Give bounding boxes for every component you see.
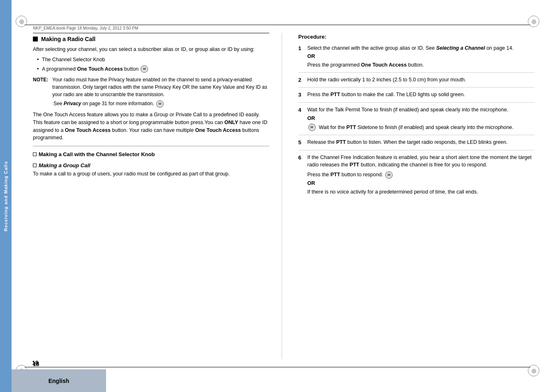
- bullet-item-1: The Channel Selector Knob: [42, 57, 105, 62]
- main-section-title: Making a Radio Call: [33, 33, 269, 42]
- note-box: NOTE: Your radio must have the Privacy f…: [33, 76, 269, 108]
- step-1-content: Select the channel with the active group…: [308, 44, 535, 69]
- list-item: A programmed One Touch Access button: [37, 65, 269, 73]
- step-4-num: 4: [298, 106, 304, 131]
- main-title: Making a Radio Call: [41, 36, 95, 42]
- one-touch-text: The One Touch Access feature allows you …: [33, 111, 269, 142]
- step-4-sub: Wait for the PTT Sidetone to finish (if …: [308, 124, 535, 131]
- side-tab-text: Receiving and Making Calls: [3, 161, 8, 231]
- radio-icon-4: [385, 171, 393, 179]
- note-text: Your radio must have the Privacy feature…: [52, 76, 269, 98]
- step-1-or: OR: [308, 53, 535, 60]
- step-1-num: 1: [298, 44, 304, 69]
- reg-mark-top-left: [16, 16, 27, 27]
- bullet-item-2: A programmed One Touch Access button: [42, 66, 149, 72]
- main-content: Making a Radio Call After selecting your…: [21, 33, 534, 359]
- step-2-num: 2: [298, 76, 304, 84]
- step-5-num: 5: [298, 138, 304, 147]
- divider-1: [33, 146, 269, 146]
- header-info: NKP_EMEA.book Page 18 Monday, July 2, 20…: [33, 26, 138, 30]
- intro-text: After selecting your channel, you can se…: [33, 46, 269, 53]
- step-1: 1 Select the channel with the active gro…: [298, 44, 535, 73]
- step-5-content: Release the PTT button to listen. When t…: [308, 138, 535, 147]
- blue-square-icon: [33, 37, 38, 42]
- group-call-text: To make a call to a group of users, your…: [33, 170, 269, 178]
- step-2-content: Hold the radio vertically 1 to 2 inches …: [308, 76, 535, 84]
- step-6: 6 If the Channel Free Indication feature…: [298, 154, 535, 199]
- step-4: 4 Wait for the Talk Permit Tone to finis…: [298, 106, 535, 135]
- radio-icon-3: [308, 124, 316, 131]
- sub-section-2-title: Making a Group Call: [33, 162, 269, 168]
- bullet-list: The Channel Selector Knob A programmed O…: [37, 56, 269, 73]
- step-3-text: Press the PTT button to make the call. T…: [308, 92, 465, 97]
- step-6-or: OR: [308, 180, 535, 187]
- reg-mark-top-right: [528, 16, 539, 27]
- step-4-content: Wait for the Talk Permit Tone to finish …: [308, 106, 535, 131]
- step-3: 3 Press the PTT button to make the call.…: [298, 91, 535, 103]
- step-3-content: Press the PTT button to make the call. T…: [308, 91, 535, 99]
- english-tab: English: [12, 369, 106, 392]
- step-6-press: Press the PTT button to respond.: [308, 171, 535, 179]
- left-column: Making a Radio Call After selecting your…: [21, 33, 269, 359]
- step-4-sub-text: Wait for the PTT Sidetone to finish (if …: [319, 124, 513, 131]
- right-column: Procedure: 1 Select the channel with the…: [294, 33, 535, 359]
- side-tab: Receiving and Making Calls: [0, 0, 12, 392]
- radio-icon-1: [141, 65, 148, 73]
- step-4-or: OR: [308, 115, 535, 122]
- page-num-display: 18: [32, 360, 39, 366]
- step-4-text: Wait for the Talk Permit Tone to finish …: [308, 107, 509, 113]
- page-container: Receiving and Making Calls NKP_EMEA.book…: [0, 0, 555, 392]
- procedure-title: Procedure:: [298, 33, 535, 41]
- step-3-num: 3: [298, 91, 304, 99]
- step-list: 1 Select the channel with the active gro…: [298, 44, 535, 199]
- step-6-sub-text: If there is no voice activity for a pred…: [308, 189, 479, 195]
- english-tab-text: English: [49, 378, 69, 384]
- see-privacy: See Privacy on page 31 for more informat…: [53, 100, 269, 108]
- note-label: NOTE:: [33, 76, 48, 98]
- small-square-icon-1: [33, 152, 37, 156]
- step-6-content: If the Channel Free Indication feature i…: [308, 154, 535, 196]
- list-item: The Channel Selector Knob: [37, 56, 269, 64]
- radio-icon-2: [156, 100, 164, 108]
- top-border: [25, 25, 530, 25]
- step-5: 5 Release the PTT button to listen. When…: [298, 138, 535, 150]
- step-1-text: Select the channel with the active group…: [308, 45, 514, 51]
- step-1-sub: Press the programmed One Touch Access bu…: [308, 62, 424, 68]
- sub1-title-text: Making a Call with the Channel Selector …: [39, 151, 155, 157]
- bottom-border: [25, 367, 530, 367]
- step-6-text: If the Channel Free Indication feature i…: [308, 154, 532, 168]
- sub-section-1-title: Making a Call with the Channel Selector …: [33, 151, 269, 157]
- sub2-title-text: Making a Group Call: [39, 162, 90, 168]
- small-square-icon-2: [33, 164, 37, 167]
- step-5-text: Release the PTT button to listen. When t…: [308, 139, 508, 145]
- column-divider: [282, 33, 282, 359]
- step-6-num: 6: [298, 154, 304, 196]
- step-2-text: Hold the radio vertically 1 to 2 inches …: [308, 77, 466, 83]
- step-2: 2 Hold the radio vertically 1 to 2 inche…: [298, 76, 535, 88]
